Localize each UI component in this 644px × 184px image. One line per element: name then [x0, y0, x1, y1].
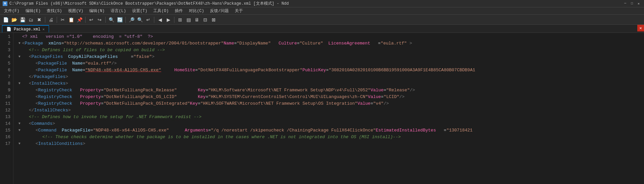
menu-search[interactable]: 查找(S) — [44, 7, 65, 14]
fold-button-4[interactable]: ▼ — [17, 54, 22, 60]
code-line-5: <PackageFile Name ="eula.rtf" /> — [13, 60, 644, 67]
line-num-16: 16 — [0, 134, 10, 141]
toolbar-find[interactable]: 🔍 — [108, 16, 115, 23]
toolbar-list[interactable]: ▤ — [185, 16, 192, 23]
line-numbers: 1 2 3 4 5 6 7 8 9 10 11 12 13 14 15 16 1… — [0, 33, 13, 184]
line-num-12: 12 — [0, 107, 10, 114]
app-icon: N — [3, 1, 7, 6]
toolbar-grid[interactable]: ⊞ — [176, 16, 184, 23]
toolbar-open[interactable]: 📂 — [10, 16, 18, 23]
toolbar-wrap[interactable]: ↵ — [145, 16, 152, 23]
maximize-button[interactable]: □ — [629, 1, 635, 6]
line-num-15: 15 — [0, 127, 10, 134]
toolbar-close[interactable]: ✖ — [36, 16, 43, 23]
code-content[interactable]: <? xml version ="1.0" encoding = "utf-8"… — [13, 33, 644, 184]
toolbar-new[interactable]: 📄 — [2, 16, 9, 23]
menu-language[interactable]: 语言(L) — [108, 7, 129, 14]
toolbar-more1[interactable]: ⊟ — [202, 16, 209, 23]
code-line-16: <!-- These checks determine whether the … — [13, 134, 644, 141]
line-num-9: 9 — [0, 87, 10, 94]
separator-2 — [57, 17, 57, 23]
toolbar-next[interactable]: ▶ — [165, 16, 172, 23]
code-line-7: </PackageFiles> — [13, 74, 644, 80]
separator-3 — [85, 17, 86, 23]
line-num-8: 8 — [0, 80, 10, 87]
window-title: C:\Program Files (x86)\Microsoft SDKs\Cl… — [9, 1, 289, 6]
toolbar-redo[interactable]: ↪ — [96, 16, 103, 23]
code-line-1: <? xml version ="1.0" encoding = "utf-8"… — [13, 33, 644, 40]
toolbar-copy[interactable]: 📋 — [67, 16, 75, 23]
toolbar: 📄 📂 💾 🗂 ✖ 🖨 ✂ 📋 📌 ↩ ↪ 🔍 🔄 🔎 🔍 ↵ ◀ ▶ ⊞ ▤ … — [0, 15, 644, 25]
toolbar-zoom-out[interactable]: 🔍 — [136, 16, 144, 23]
line1-content: <? xml version ="1.0" encoding = "utf-8"… — [22, 33, 153, 40]
line-num-3: 3 — [0, 47, 10, 54]
toolbar-monitor[interactable]: 🖥 — [193, 16, 201, 23]
line-num-14: 14 — [0, 120, 10, 127]
close-button[interactable]: ✕ — [636, 1, 641, 6]
code-line-15: ▼ <Command PackageFile ="NDP48-x86-x64-A… — [13, 127, 644, 134]
menu-about[interactable]: 关于 — [232, 7, 246, 14]
line-num-17: 17 — [0, 141, 10, 147]
line-num-6: 6 — [0, 67, 10, 74]
line-num-7: 7 — [0, 74, 10, 80]
fold-button-8[interactable]: ▼ — [17, 81, 22, 86]
menu-plugins[interactable]: 插件 — [172, 7, 185, 14]
toolbar-print[interactable]: 🖨 — [47, 16, 55, 23]
menu-edit2[interactable]: 编辑(N) — [87, 7, 107, 14]
toolbar-zoom-in[interactable]: 🔎 — [128, 16, 135, 23]
code-line-2: ▼ <Package xmlns ="http://schemas.micros… — [13, 40, 644, 47]
separator-1 — [45, 17, 45, 23]
menu-view[interactable]: 视图(V) — [65, 7, 86, 14]
code-line-4: ▼ <PackageFiles CopyAllPackageFiles ="fa… — [13, 54, 644, 60]
line-num-5: 5 — [0, 60, 10, 67]
fold-button-2[interactable]: ▼ — [17, 41, 22, 46]
code-line-12: </InstallChecks> — [13, 107, 644, 114]
toolbar-cut[interactable]: ✂ — [59, 16, 66, 23]
menu-tools[interactable]: 工具(O) — [151, 7, 171, 14]
line-num-1: 1 — [0, 33, 10, 40]
menu-settings[interactable]: 设置(T) — [129, 7, 150, 14]
toolbar-more2[interactable]: ⊠ — [210, 16, 217, 23]
tab-package-xml[interactable]: 📄 Package.xml ✕ — [2, 25, 49, 32]
fold-button-17[interactable]: ▼ — [17, 141, 22, 147]
code-line-17: ▼ <InstallConditions> — [13, 141, 644, 147]
toolbar-save[interactable]: 💾 — [19, 16, 26, 23]
menu-feedback[interactable]: 反馈/问题 — [207, 7, 231, 14]
code-line-10: <RegistryCheck Property ="DotNetFullLang… — [13, 94, 644, 100]
toolbar-undo[interactable]: ↩ — [88, 16, 95, 23]
menu-compare[interactable]: 对比(C) — [186, 7, 207, 14]
title-left: N C:\Program Files (x86)\Microsoft SDKs\… — [3, 1, 289, 6]
fold-button-15[interactable]: ▼ — [17, 128, 22, 133]
code-line-13: <!-- Defines how to invoke the setup for… — [13, 114, 644, 120]
line-num-13: 13 — [0, 114, 10, 120]
window-controls: ─ □ ✕ — [623, 1, 641, 6]
line-num-2: 2 — [0, 40, 10, 47]
code-line-9: <RegistryCheck Property ="DotNetFullLang… — [13, 87, 644, 94]
code-line-8: ▼ <InstallChecks> — [13, 80, 644, 87]
toolbar-paste[interactable]: 📌 — [76, 16, 83, 23]
menu-file[interactable]: 文件(F) — [1, 7, 22, 14]
code-line-3: <!-- Defines list of files to be copied … — [13, 47, 644, 54]
toolbar-prev[interactable]: ◀ — [156, 16, 164, 23]
menu-edit[interactable]: 编辑(E) — [23, 7, 44, 14]
editor: 1 2 3 4 5 6 7 8 9 10 11 12 13 14 15 16 1… — [0, 33, 644, 184]
separator-6 — [154, 17, 154, 23]
line-num-11: 11 — [0, 100, 10, 107]
menubar: 文件(F) 编辑(E) 查找(S) 视图(V) 编辑(N) 语言(L) 设置(T… — [0, 7, 644, 15]
separator-7 — [174, 17, 174, 23]
side-panel-close[interactable]: ✕ — [637, 25, 644, 31]
tab-close-button[interactable]: ✕ — [42, 27, 45, 31]
toolbar-replace[interactable]: 🔄 — [116, 16, 123, 23]
code-line-6: <PackageFile Name ="NDP48-x86-x64-AllOS-… — [13, 67, 644, 74]
fold-button-14[interactable]: ▼ — [17, 121, 22, 126]
minimize-button[interactable]: ─ — [623, 1, 628, 6]
code-line-14: ▼ <Commands> — [13, 120, 644, 127]
separator-4 — [105, 17, 106, 23]
line-num-4: 4 — [0, 54, 10, 60]
separator-5 — [125, 17, 126, 23]
line-num-10: 10 — [0, 94, 10, 100]
tabbar: 📄 Package.xml ✕ — [0, 25, 644, 33]
toolbar-save-all[interactable]: 🗂 — [27, 16, 35, 23]
code-line-11: <RegistryCheck Property ="DotNetFullLang… — [13, 100, 644, 107]
titlebar: N C:\Program Files (x86)\Microsoft SDKs\… — [0, 0, 644, 7]
